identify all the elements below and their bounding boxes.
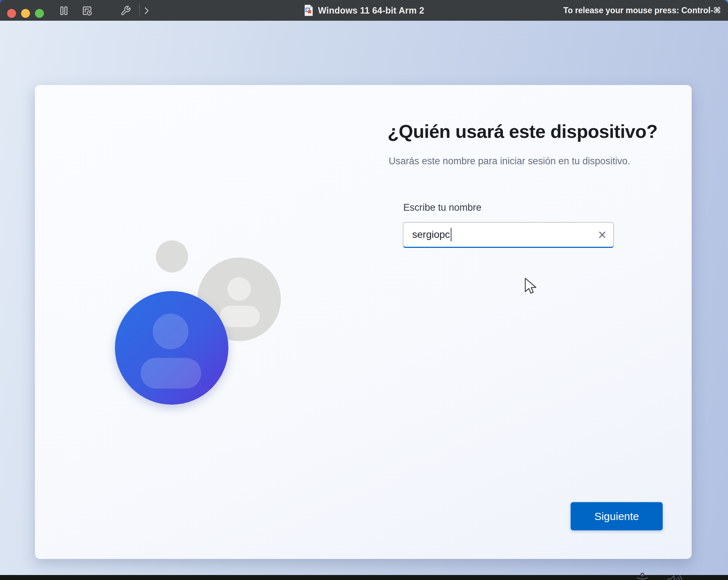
name-input[interactable]: sergiopc × (403, 222, 614, 248)
vm-document-icon (304, 4, 314, 16)
vm-desktop: ¿Quién usará este dispositivo? Usarás es… (0, 21, 728, 575)
mouse-cursor (524, 277, 537, 295)
name-input-value: sergiopc (412, 229, 450, 240)
avatar-bubble-small (156, 240, 188, 272)
accessibility-button[interactable] (635, 571, 650, 580)
avatar-gray-body (219, 306, 260, 327)
clear-input-icon[interactable]: × (598, 228, 606, 242)
mouse-release-hint: To release your mouse press: Control-⌘ (563, 0, 721, 21)
name-field-label: Escribe tu nombre (403, 202, 481, 213)
oobe-card: ¿Quién usará este dispositivo? Usarás es… (35, 85, 692, 559)
avatar-blue (115, 291, 228, 405)
window-title: Windows 11 64-bit Arm 2 (318, 5, 424, 16)
page-title: ¿Quién usará este dispositivo? (388, 121, 658, 142)
next-button[interactable]: Siguiente (571, 502, 663, 530)
accessibility-icon (635, 571, 650, 580)
avatar-gray-head (227, 277, 251, 301)
avatar-blue-body (141, 358, 201, 389)
screen-bottom-strip (0, 575, 728, 580)
volume-icon (666, 573, 684, 580)
volume-button[interactable] (666, 573, 684, 580)
page-subtitle: Usarás este nombre para iniciar sesión e… (389, 156, 630, 167)
text-caret (451, 228, 451, 241)
vm-window: Windows 11 64-bit Arm 2 To release your … (0, 0, 728, 580)
titlebar: Windows 11 64-bit Arm 2 To release your … (0, 0, 728, 21)
avatar-blue-head (153, 314, 188, 349)
